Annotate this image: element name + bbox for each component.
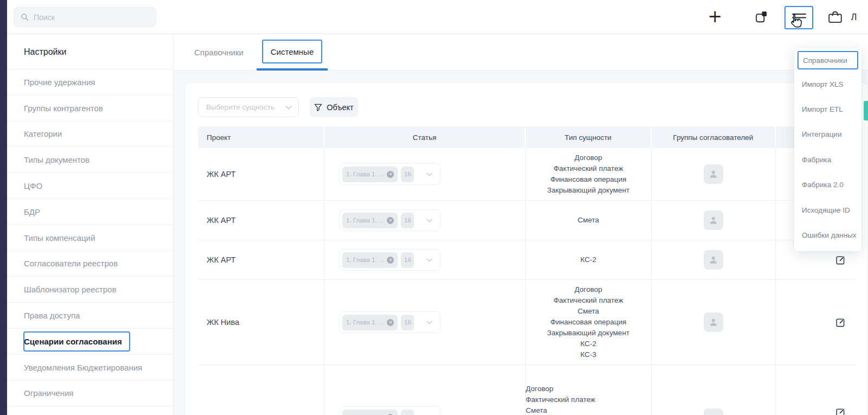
article-select[interactable]: 1. Глава 1. ...×16 [339,209,441,231]
edit-button[interactable] [835,406,847,415]
menu-item[interactable]: Исходящие ID [794,197,861,222]
article-chip: 1. Глава 1. ...× [342,315,398,330]
sidebar-item-label: Типы компенсаций [24,233,95,242]
remove-chip-icon[interactable]: × [387,171,394,178]
approver-groups-cell [652,280,776,365]
approver-groups-button[interactable] [704,210,723,230]
approver-groups-button[interactable] [704,408,723,415]
article-select[interactable]: 1. Глава 1. ...×16 [339,406,441,415]
entity-type: Смета [578,306,599,317]
main-content: Справочники Системные Выберите сущность … [174,34,868,415]
edit-icon [835,254,846,265]
sidebar-item[interactable]: Права доступа [7,303,173,329]
project-cell: ЖК Нива [198,280,324,365]
remove-chip-icon[interactable]: × [387,217,394,224]
entity-types-cell: ДоговорФактический платежСмета [526,365,652,415]
tab-spravochniki[interactable]: Справочники [194,34,244,71]
person-icon [709,255,718,265]
edit-button[interactable] [835,254,847,266]
menu-item[interactable]: Интеграции [794,122,861,147]
remove-chip-icon[interactable]: × [387,257,394,264]
remove-chip-icon[interactable]: × [387,319,394,326]
topbar: + Л [7,0,868,34]
settings-sidebar: Настройки Прочие удержанияГруппы контраг… [7,34,174,415]
search-icon [21,13,29,21]
project-name: ЖК Нива [207,318,239,327]
column-header: Тип сущности [526,126,652,148]
table-row: ЖК АРТ1. Глава 1. ...×16Смета [198,201,856,240]
approver-groups-button[interactable] [704,250,723,270]
article-cell: 1. Глава 1. ...×16 [324,240,526,279]
sidebar-item[interactable]: Ограничения [7,381,173,407]
article-chip: 1. Глава 1. ...× [342,410,398,415]
menu-item[interactable]: Справочники [797,51,858,69]
article-chip: 1. Глава 1. ...× [342,167,398,182]
system-menu-button[interactable] [784,6,813,29]
menu-item[interactable]: Импорт XLS [794,72,861,97]
system-dropdown-menu: СправочникиИмпорт XLSИмпорт ETLИнтеграци… [794,48,861,251]
chevron-down-icon [285,105,292,110]
user-initial[interactable]: Л [848,11,859,24]
add-button[interactable]: + [706,5,724,27]
article-select[interactable]: 1. Глава 1. ...×16 [339,163,441,185]
app-window: + Л Настройки Прочие удержанияГруппы кон… [0,0,868,415]
sidebar-item-label: БДР [24,207,40,216]
project-cell: ЖК АРТ [198,148,324,200]
sidebar-item-label: ЦФО [24,181,42,190]
article-count-badge: 16 [401,213,414,228]
copy-icon[interactable] [754,9,770,25]
sidebar-item[interactable]: Категории [7,122,173,148]
menu-item[interactable]: Фабрика 2.0 [794,173,861,197]
article-select[interactable]: 1. Глава 1. ...×16 [339,249,441,271]
entity-type: Финансовая операция [550,174,626,185]
article-count-badge: 16 [401,167,414,182]
sidebar-item-label: Категории [24,129,62,138]
search-input[interactable] [34,13,142,22]
sidebar-item[interactable]: Сценарии согласования [7,329,173,355]
edit-button[interactable] [835,316,847,328]
entity-type: Закрывающий документ [547,328,630,339]
chevron-down-icon [426,173,432,176]
table-row: ЖК АРТ1. Глава 1. ...×16ДоговорФактическ… [198,148,856,201]
article-chip: 1. Глава 1. ...× [342,252,398,268]
approver-groups-button[interactable] [704,164,723,184]
entity-select[interactable]: Выберите сущность [198,97,299,117]
entity-select-placeholder: Выберите сущность [206,103,285,111]
entity-type: Фактический платеж [553,163,623,174]
person-icon [709,215,718,225]
sidebar-item[interactable]: ЦФО [7,173,173,199]
table-row: ЖК Нива1. Глава 1. ...×16ДоговорФактичес… [198,280,856,365]
article-select[interactable]: 1. Глава 1. ...×16 [339,311,441,333]
sidebar-item[interactable]: Шаблонизатор реестров [7,277,173,303]
column-header: Статья [324,126,526,148]
menu-item[interactable]: Импорт ETL [794,97,861,122]
menu-item[interactable]: Фабрика [794,147,861,172]
search-input-wrapper[interactable] [14,7,156,27]
article-chip: 1. Глава 1. ...× [342,213,398,228]
tab-sistemnye[interactable]: Системные [262,40,322,63]
object-filter-label: Объект [327,103,353,112]
sidebar-item[interactable]: Прочие удержания [7,69,173,95]
sidebar-item[interactable]: Группы контрагентов [7,95,173,122]
briefcase-icon[interactable] [827,9,843,25]
collapsed-nav-rail [0,0,7,415]
sidebar-item[interactable]: Согласователи реестров [7,251,173,277]
tab-bar: Справочники Системные [174,34,868,71]
offscreen-teal-button-fragment [864,101,868,120]
sidebar-item-label: Прочие удержания [24,78,95,87]
project-name: ЖК АРТ [207,170,235,178]
sidebar-item[interactable]: БДР [7,199,173,225]
entity-type: Закрывающий документ [547,185,630,196]
entity-type: Смета [578,215,599,226]
object-filter-button[interactable]: Объект [310,97,358,117]
project-name: ЖК АРТ [207,216,235,225]
sidebar-item[interactable]: Уведомления Бюджетирования [7,355,173,381]
entity-type: КС-2 [580,339,596,349]
menu-item[interactable]: Ошибки данных [794,222,861,247]
sidebar-item[interactable]: Типы компенсаций [7,225,173,251]
approver-groups-button[interactable] [704,312,723,332]
sidebar-item[interactable]: Типы документов [7,147,173,173]
funnel-icon [314,103,322,112]
chevron-down-icon [426,321,432,324]
table-row: ЖК АРТ1. Глава 1. ...×16КС-2 [198,240,856,280]
